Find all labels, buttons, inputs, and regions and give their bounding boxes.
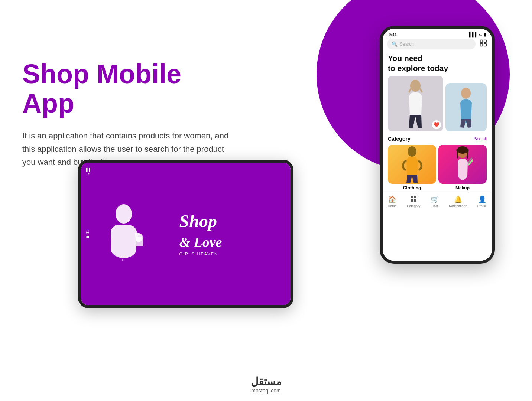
svg-point-9: [461, 88, 471, 99]
cart-label: Cart: [431, 204, 438, 208]
category-header: Category See all: [383, 134, 492, 143]
phone-screen: 9:41 ▌▌▌ ⌙ ▮ 🔍 Search: [383, 29, 492, 261]
phone-device: 9:41 ▌▌▌ ⌙ ▮ 🔍 Search: [380, 26, 495, 264]
nav-notifications[interactable]: 🔔 Notifications: [449, 195, 467, 208]
phone-time: 9:41: [389, 32, 397, 37]
heart-badge[interactable]: ❤️: [432, 120, 441, 129]
tablet-logo-main: Shop & Love: [179, 212, 222, 251]
notification-icon: 🔔: [454, 195, 462, 203]
svg-rect-13: [411, 196, 413, 198]
silhouette-svg: ✦ ✦: [103, 203, 144, 263]
watermark-site: mostaql.com: [251, 388, 282, 394]
svg-rect-6: [480, 43, 483, 46]
explore-heading-line2: to explore today: [388, 63, 487, 73]
category-icon: [410, 195, 417, 203]
makeup-label: Makup: [438, 185, 487, 190]
cart-icon: 🛒: [431, 195, 439, 203]
svg-rect-14: [414, 196, 416, 198]
home-label: Home: [388, 204, 397, 208]
phone-content: 🔍 Search You need to explore today: [383, 39, 492, 261]
bottom-nav: 🏠 Home Category 🛒: [383, 192, 492, 210]
makeup-card-image: [438, 145, 487, 184]
tablet-screen: 9:41 ▌▌ ⇡ ✦ ✦ S: [81, 163, 291, 305]
category-item-makeup[interactable]: Makup: [438, 145, 487, 190]
category-nav-label: Category: [407, 204, 421, 208]
nav-cart[interactable]: 🛒 Cart: [431, 195, 439, 208]
app-title: Shop Mobile App: [22, 59, 238, 118]
svg-rect-5: [484, 40, 486, 42]
svg-point-12: [457, 146, 468, 154]
category-item-clothing[interactable]: Clothing: [388, 145, 436, 190]
svg-point-10: [408, 146, 416, 157]
watermark-arabic: مستقل: [251, 375, 282, 388]
clothing-svg: [402, 145, 422, 184]
tablet-logo-shop: Shop: [179, 211, 217, 231]
search-wrapper[interactable]: 🔍 Search: [387, 39, 476, 49]
tablet-logo: Shop & Love GIRLS HEAVEN: [179, 212, 222, 256]
product-figure-side: [456, 86, 476, 128]
tablet-wifi-icon: ▌▌: [86, 168, 91, 172]
profile-icon: 👤: [478, 195, 486, 203]
explore-heading-line1: You need: [388, 53, 487, 63]
phone-status-bar: 9:41 ▌▌▌ ⌙ ▮: [383, 29, 492, 39]
nav-category[interactable]: Category: [407, 195, 421, 208]
tablet-logo-sub: GIRLS HEAVEN: [179, 252, 222, 256]
search-icon: 🔍: [392, 41, 398, 47]
profile-label: Profile: [477, 204, 487, 208]
explore-heading: You need to explore today: [383, 50, 492, 76]
nav-profile[interactable]: 👤 Profile: [477, 195, 487, 208]
clothing-card-image: [388, 145, 436, 184]
svg-point-0: [116, 204, 132, 224]
search-row: 🔍 Search: [383, 39, 492, 49]
product-card-side[interactable]: [445, 83, 487, 131]
notification-bell-icon[interactable]: [479, 39, 487, 49]
category-title: Category: [388, 136, 411, 142]
tablet-time: 9:41: [85, 230, 90, 238]
home-icon: 🏠: [388, 195, 396, 203]
product-card-main[interactable]: ❤️: [388, 76, 443, 131]
makeup-figure: [438, 145, 487, 184]
tablet-silhouette-area: ✦ ✦: [103, 203, 144, 264]
tablet-status: ▌▌ ⇡: [86, 168, 91, 177]
svg-text:✦: ✦: [121, 258, 124, 262]
svg-rect-7: [484, 43, 486, 46]
product-image-side: [445, 83, 487, 131]
svg-rect-16: [414, 199, 416, 202]
makeup-svg: [452, 145, 473, 184]
search-placeholder: Search: [400, 42, 414, 47]
see-all-link[interactable]: See all: [474, 137, 487, 141]
svg-text:✦: ✦: [114, 224, 117, 229]
watermark-area: مستقل mostaql.com: [251, 375, 282, 394]
wifi-icon: ⌙: [479, 32, 482, 37]
tablet-device: 9:41 ▌▌ ⇡ ✦ ✦ S: [78, 160, 293, 308]
tablet-signal-icon: ⇡: [87, 173, 90, 177]
clothing-figure: [388, 145, 436, 184]
signal-icon: ▌▌▌: [469, 32, 478, 37]
nav-home[interactable]: 🏠 Home: [388, 195, 397, 208]
svg-rect-4: [480, 40, 483, 42]
svg-rect-1: [136, 237, 143, 246]
left-content-area: Shop Mobile App It is an application tha…: [22, 59, 238, 169]
category-grid: Clothing: [383, 143, 492, 192]
clothing-label: Clothing: [388, 185, 436, 190]
battery-icon: ▮: [483, 32, 486, 37]
status-icons: ▌▌▌ ⌙ ▮: [469, 32, 486, 37]
notifications-label: Notifications: [449, 204, 467, 208]
product-figure-main: [403, 78, 428, 130]
svg-rect-15: [411, 199, 413, 202]
tablet-logo-love: & Love: [179, 234, 222, 250]
product-grid: ❤️: [383, 76, 492, 131]
